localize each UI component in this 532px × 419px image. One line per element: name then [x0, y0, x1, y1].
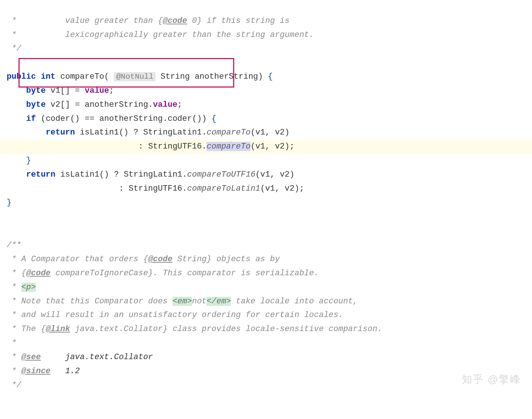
javadoc-line: * @see java.text.Collator — [7, 352, 153, 362]
code-line: byte v2[] = anotherString.value; — [7, 100, 182, 109]
code-line: return isLatin1() ? StringLatin1.compare… — [7, 170, 294, 179]
method-signature: public int compareTo( @NotNull String an… — [7, 72, 273, 81]
current-line: : StringUTF16.compareTo(v1, v2); — [0, 140, 532, 154]
method-body[interactable]: public int compareTo( @NotNull String an… — [7, 56, 525, 210]
javadoc-line: * {@code compareToIgnoreCase}. This comp… — [7, 269, 319, 278]
javadoc-top: * value greater than {@code 0} if this s… — [7, 0, 525, 56]
javadoc-line: * @since 1.2 — [7, 367, 80, 376]
javadoc-line: * The {@link java.text.Collator} class p… — [7, 324, 382, 334]
code-line: : StringUTF16.compareToLatin1(v1, v2); — [7, 184, 304, 193]
code-line: if (coder() == anotherString.coder()) { — [7, 114, 216, 123]
watermark: 知乎 @擎峰 — [462, 371, 521, 388]
javadoc-line: * A Comparator that orders {@code String… — [7, 255, 280, 264]
code-line: return isLatin1() ? StringLatin1.compare… — [7, 128, 290, 137]
javadoc-line: * — [7, 338, 16, 348]
javadoc-line: * Note that this Comparator does <em>not… — [7, 297, 358, 306]
javadoc-line: * lexicographically greater than the str… — [7, 30, 314, 40]
javadoc-line: */ — [7, 44, 21, 53]
code-line: } — [7, 198, 11, 207]
html-tag-em-open: <em> — [173, 297, 192, 306]
not-null-annotation: @NotNull — [114, 72, 156, 81]
javadoc-line: */ — [7, 381, 21, 390]
javadoc-line: /** — [7, 241, 21, 250]
section-gap — [7, 210, 525, 224]
code-line: } — [7, 156, 31, 165]
html-tag-em-close: </em> — [207, 297, 231, 306]
javadoc-bottom: /** * A Comparator that orders {@code St… — [7, 224, 525, 392]
javadoc-line: * and will result in an unsatisfactory o… — [7, 310, 343, 320]
javadoc-line: * value greater than {@code 0} if this s… — [7, 16, 290, 25]
code-line: byte v1[] = value; — [7, 86, 114, 95]
javadoc-line: * <p> — [7, 283, 36, 292]
html-tag-p: <p> — [21, 283, 36, 292]
